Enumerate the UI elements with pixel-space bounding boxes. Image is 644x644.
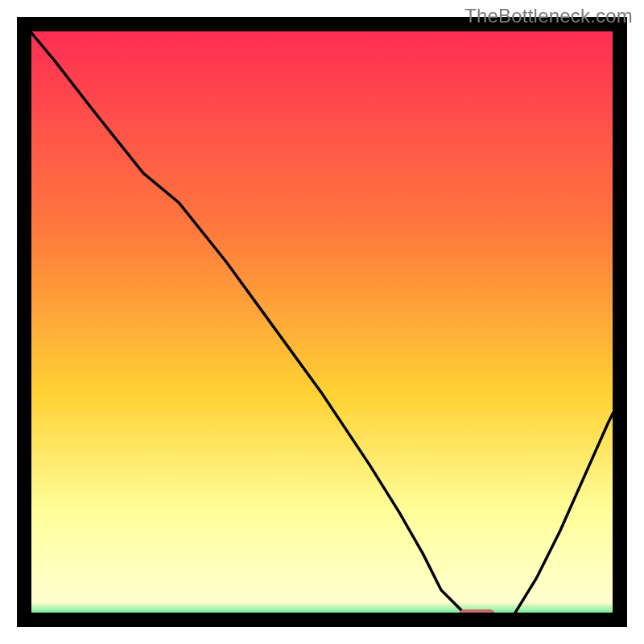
watermark-text: TheBottleneck.com [464, 5, 633, 27]
chart-container: { "watermark": "TheBottleneck.com", "col… [0, 0, 644, 644]
chart-svg [0, 0, 644, 644]
plot-background [24, 24, 620, 620]
